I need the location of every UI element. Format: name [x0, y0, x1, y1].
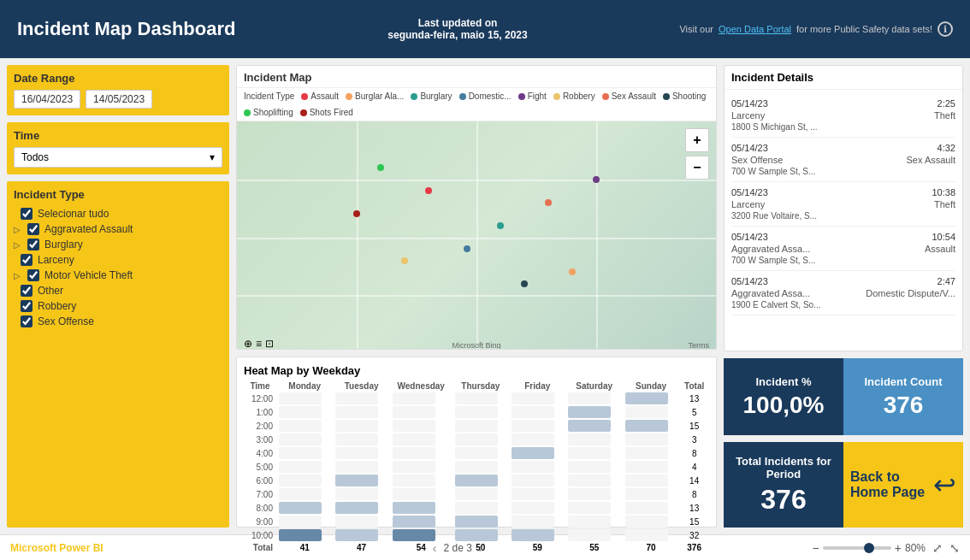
incident-datetime: 05/14/23 10:54	[731, 232, 955, 242]
portal-suffix: for more Public Safety data sets!	[796, 24, 932, 34]
incident-address: 1900 E Calvert St, So...	[731, 300, 955, 309]
legend-color-dot	[518, 93, 525, 100]
footer-right: − + 80% ⤢ ⤡	[813, 541, 960, 555]
terms-link[interactable]: Terms	[689, 341, 710, 350]
incident-type-checkbox[interactable]	[27, 239, 39, 251]
incident-item[interactable]: 05/14/23 2:25 Larceny Theft 1800 S Michi…	[731, 93, 955, 138]
incident-time: 2:47	[937, 276, 955, 286]
map-ctrl-1[interactable]: ⊕	[244, 338, 252, 350]
heatmap-cell	[623, 446, 679, 460]
incident-type-checkbox[interactable]	[21, 208, 33, 220]
legend-item: Burglar Ala...	[346, 91, 404, 101]
heatmap-total: 8	[679, 487, 709, 501]
map-ctrl-3[interactable]: ⊡	[265, 338, 274, 350]
incident-item[interactable]: 05/14/23 4:32 Sex Offense Sex Assault 70…	[731, 138, 955, 182]
fullscreen-icon[interactable]: ⤢	[932, 541, 943, 555]
zoom-out-button[interactable]: −	[685, 156, 709, 180]
powerbi-link[interactable]: Microsoft Power BI	[10, 542, 104, 554]
heatmap-total: 32	[679, 528, 709, 542]
incident-type-row: Aggravated Assa... Domestic Dispute/V...	[731, 288, 955, 298]
date-end[interactable]: 14/05/2023	[86, 90, 152, 109]
heatmap-time: 1:00	[244, 405, 276, 419]
heatmap-cell	[390, 501, 452, 515]
portal-link[interactable]: Open Data Portal	[719, 24, 791, 34]
zoom-slider[interactable]	[823, 546, 891, 550]
heatmap-cell	[390, 392, 452, 405]
left-panel: Date Range 16/04/2023 14/05/2023 Time To…	[7, 65, 229, 528]
date-range-title: Date Range	[14, 72, 222, 85]
legend-color-dot	[300, 109, 307, 116]
heatmap-cell	[390, 460, 452, 474]
back-arrow-icon: ↩	[933, 469, 956, 501]
incident-type-label: Burglary	[44, 239, 83, 251]
heatmap-row: 9:0015	[244, 515, 709, 528]
incident-type-checkbox[interactable]	[27, 269, 39, 281]
incident-type-checkbox[interactable]	[21, 285, 33, 297]
heatmap-total: 13	[679, 501, 709, 515]
legend-item: Shooting	[663, 91, 706, 101]
incident-type-row: Aggravated Assa... Assault	[731, 244, 955, 254]
back-home-button[interactable]: Back to Home Page ↩	[843, 442, 963, 528]
map-ctrl-2[interactable]: ≡	[256, 338, 262, 350]
incident-type-checkbox[interactable]	[21, 300, 33, 312]
heatmap-col-header: Tuesday	[333, 380, 389, 392]
incident-type-checkbox[interactable]	[21, 315, 33, 327]
heatmap-time: 7:00	[244, 487, 276, 501]
stats-row: Incident % 100,0% Incident Count 376	[724, 358, 963, 435]
back-home-label: Back to Home Page	[850, 469, 926, 500]
heatmap-row: 5:004	[244, 460, 709, 474]
incident-type-item[interactable]: ▷Aggravated Assault	[14, 221, 222, 237]
incident-type-item[interactable]: ▷Burglary	[14, 237, 222, 252]
zoom-plus-button[interactable]: +	[895, 541, 902, 555]
zoom-in-button[interactable]: +	[685, 128, 709, 152]
heatmap-title: Heat Map by Weekday	[244, 364, 709, 377]
info-icon[interactable]: ℹ	[937, 21, 953, 37]
legend-label: Robbery	[563, 91, 595, 101]
next-page-button[interactable]: ›	[479, 541, 483, 555]
date-start[interactable]: 16/04/2023	[14, 90, 80, 109]
heatmap-cell	[276, 446, 333, 460]
incident-type-item[interactable]: Larceny	[14, 252, 222, 268]
incident-item[interactable]: 05/14/23 10:38 Larceny Theft 3200 Rue Vo…	[731, 182, 955, 227]
zoom-control: − + 80%	[813, 541, 926, 555]
heatmap-totals-label: Total	[244, 542, 276, 553]
heatmap-cell	[390, 405, 452, 419]
heatmap-cell	[565, 446, 622, 460]
footer-powerbi: Microsoft Power BI	[10, 542, 104, 554]
heatmap-col-header: Monday	[276, 380, 333, 392]
map-body: + − Microsoft Bing Terms ⊕ ≡ ⊡	[237, 121, 716, 350]
incident-type-item[interactable]: Sex Offense	[14, 314, 222, 329]
heatmap-cell	[509, 460, 565, 474]
legend-label: Shooting	[672, 91, 706, 101]
incident-type-checkbox[interactable]	[21, 254, 33, 266]
heatmap-cell	[509, 405, 565, 419]
incident-type-item[interactable]: Robbery	[14, 298, 222, 314]
heatmap-cell	[623, 460, 679, 474]
incident-type-item[interactable]: Selecionar tudo	[14, 206, 222, 221]
incident-subtype: Theft	[934, 199, 955, 209]
incident-type-row: Sex Offense Sex Assault	[731, 155, 955, 165]
incident-type-label: Aggravated Assault	[44, 223, 133, 235]
heatmap-cell	[509, 474, 565, 487]
incident-subtype: Domestic Dispute/V...	[866, 288, 955, 298]
legend-item: Fight	[518, 91, 547, 101]
heatmap-cell	[390, 446, 452, 460]
heatmap-cell	[452, 487, 509, 501]
prev-page-button[interactable]: ‹	[433, 541, 437, 555]
expand-icon[interactable]: ⤡	[949, 541, 960, 555]
incident-time: 2:25	[937, 98, 955, 109]
incident-item[interactable]: 05/14/23 10:54 Aggravated Assa... Assaul…	[731, 227, 955, 271]
heatmap-cell	[565, 487, 622, 501]
incident-type-item[interactable]: Other	[14, 283, 222, 298]
incident-type-item[interactable]: ▷Motor Vehicle Theft	[14, 268, 222, 283]
zoom-minus-button[interactable]: −	[813, 541, 819, 555]
main-content: Date Range 16/04/2023 14/05/2023 Time To…	[0, 58, 970, 534]
legend-item: Robbery	[553, 91, 595, 101]
incident-pct-value: 100,0%	[743, 392, 825, 419]
heatmap-cell	[623, 501, 679, 515]
time-dropdown[interactable]: Todos ▾	[14, 147, 222, 168]
heatmap-col-header: Saturday	[565, 380, 622, 392]
incident-item[interactable]: 05/14/23 2:47 Aggravated Assa... Domesti…	[731, 271, 955, 315]
heatmap-cell	[623, 419, 679, 433]
incident-type-checkbox[interactable]	[27, 223, 39, 235]
